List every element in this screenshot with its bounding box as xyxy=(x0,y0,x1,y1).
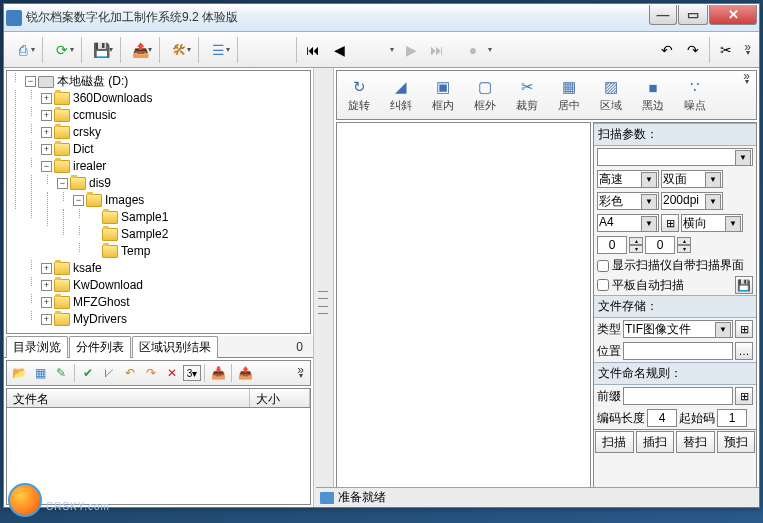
undo-button[interactable]: ↶ xyxy=(655,38,679,62)
location-input[interactable] xyxy=(623,342,733,360)
redo-icon[interactable]: ↷ xyxy=(141,363,161,383)
scanner-select[interactable] xyxy=(597,148,753,166)
export-button[interactable]: 📤 xyxy=(125,35,155,65)
close-button[interactable]: ✕ xyxy=(709,5,757,25)
nav-next-button[interactable]: ▶ xyxy=(399,38,423,62)
speed-select[interactable]: 高速 xyxy=(597,170,659,188)
orient-select[interactable]: 横向 xyxy=(681,214,743,232)
scan-button[interactable]: ⎙ xyxy=(8,35,38,65)
minimize-button[interactable]: — xyxy=(649,5,677,25)
tree-toggle-icon[interactable]: − xyxy=(41,161,52,172)
tree-item[interactable]: Sample1 xyxy=(89,209,308,226)
tree-item[interactable]: Temp xyxy=(89,243,308,260)
number-icon[interactable]: 3▾ xyxy=(183,365,201,381)
tree-toggle-icon[interactable]: − xyxy=(25,76,36,87)
refresh-button[interactable]: ⟳ xyxy=(47,35,77,65)
open-icon[interactable]: 📂 xyxy=(9,363,29,383)
tree-item[interactable]: −本地磁盘 (D:) xyxy=(25,73,308,90)
auto-flatbed-checkbox[interactable]: 平板自动扫描💾 xyxy=(594,275,756,295)
tree-item[interactable]: −Images xyxy=(73,192,308,209)
filetype-cfg-icon[interactable]: ⊞ xyxy=(735,320,753,338)
tree-item[interactable]: +ccmusic xyxy=(41,107,308,124)
tree-item[interactable]: −irealer xyxy=(41,158,308,175)
nav-first-button[interactable]: ⏮ xyxy=(301,38,325,62)
maximize-button[interactable]: ▭ xyxy=(678,5,708,25)
tree-item[interactable]: +Dict xyxy=(41,141,308,158)
imgtool-框外[interactable]: ▢框外 xyxy=(465,73,505,117)
toolbar-overflow-icon[interactable]: »▾ xyxy=(740,44,755,56)
folder-tree[interactable]: −本地磁盘 (D:)+360Downloads+ccmusic+crsky+Di… xyxy=(6,70,311,334)
prefix-input[interactable] xyxy=(623,387,733,405)
zoom-button[interactable]: ● xyxy=(451,38,495,62)
tree-item[interactable]: +360Downloads xyxy=(41,90,308,107)
undo-icon[interactable]: ↶ xyxy=(120,363,140,383)
color-select[interactable]: 彩色 xyxy=(597,192,659,210)
filetype-select[interactable]: TIF图像文件 xyxy=(623,320,733,338)
preview-scan-btn[interactable]: 预扫 xyxy=(717,431,756,453)
edit-icon[interactable]: ✎ xyxy=(51,363,71,383)
spin1[interactable]: ▴▾ xyxy=(629,237,643,253)
titlebar[interactable]: 锐尔档案数字化加工制作系统9.2 体验版 — ▭ ✕ xyxy=(4,4,759,32)
tree-item[interactable]: Sample2 xyxy=(89,226,308,243)
paper-select[interactable]: A4 xyxy=(597,214,659,232)
view-icon[interactable]: ▦ xyxy=(30,363,50,383)
tree-toggle-icon[interactable]: + xyxy=(41,280,52,291)
save-button[interactable]: 💾 xyxy=(86,35,116,65)
tree-item[interactable]: +MyDrivers xyxy=(41,311,308,328)
tree-toggle-icon[interactable]: − xyxy=(73,195,84,206)
paper-cfg-icon[interactable]: ⊞ xyxy=(661,214,679,232)
imgtool-overflow-icon[interactable]: »▾ xyxy=(739,73,754,117)
imgtool-居中[interactable]: ▦居中 xyxy=(549,73,589,117)
tree-toggle-icon[interactable]: + xyxy=(41,93,52,104)
col-filename[interactable]: 文件名 xyxy=(7,389,250,407)
nav-last-button[interactable]: ⏭ xyxy=(425,38,449,62)
tree-toggle-icon[interactable]: + xyxy=(41,144,52,155)
imgtool-黑边[interactable]: ■黑边 xyxy=(633,73,673,117)
side-select[interactable]: 双面 xyxy=(661,170,723,188)
tree-toggle-icon[interactable]: + xyxy=(41,263,52,274)
tab-browse[interactable]: 目录浏览 xyxy=(6,336,68,358)
value2-input[interactable] xyxy=(645,236,675,254)
tab-files[interactable]: 分件列表 xyxy=(69,336,131,358)
length-input[interactable] xyxy=(647,409,677,427)
col-size[interactable]: 大小 xyxy=(250,389,310,407)
tree-item[interactable]: +MFZGhost xyxy=(41,294,308,311)
check-icon[interactable]: ✔ xyxy=(78,363,98,383)
tree-toggle-icon[interactable]: + xyxy=(41,297,52,308)
imgtool-噪点[interactable]: ∵噪点 xyxy=(675,73,715,117)
tree-item[interactable]: +crsky xyxy=(41,124,308,141)
show-ui-checkbox[interactable]: 显示扫描仪自带扫描界面 xyxy=(594,256,756,275)
imgtool-裁剪[interactable]: ✂裁剪 xyxy=(507,73,547,117)
replace-scan-btn[interactable]: 替扫 xyxy=(676,431,715,453)
tree-item[interactable]: −dis9 xyxy=(57,175,308,192)
scan-btn[interactable]: 扫描 xyxy=(595,431,634,453)
imgtool-纠斜[interactable]: ◢纠斜 xyxy=(381,73,421,117)
tree-item[interactable]: +KwDownload xyxy=(41,277,308,294)
tools-button[interactable]: 🛠 xyxy=(164,35,194,65)
dpi-select[interactable]: 200dpi xyxy=(661,192,723,210)
insert-scan-btn[interactable]: 插扫 xyxy=(636,431,675,453)
redo-button[interactable]: ↷ xyxy=(681,38,705,62)
splitter[interactable] xyxy=(314,68,334,507)
file-list-header[interactable]: 文件名 大小 xyxy=(6,388,311,408)
spin2[interactable]: ▴▾ xyxy=(677,237,691,253)
cut-button[interactable]: ✂ xyxy=(714,38,738,62)
tab-ocr[interactable]: 区域识别结果 xyxy=(132,336,218,358)
browse-icon[interactable]: … xyxy=(735,342,753,360)
nav-prev-button[interactable]: ◀ xyxy=(327,38,351,62)
nav-page-button[interactable] xyxy=(353,38,397,62)
image-preview[interactable] xyxy=(336,122,591,505)
tree-item[interactable]: +ksafe xyxy=(41,260,308,277)
mini-overflow-icon[interactable]: »▾ xyxy=(293,367,308,379)
tree-toggle-icon[interactable]: + xyxy=(41,127,52,138)
checkall-icon[interactable]: ⩗ xyxy=(99,363,119,383)
tree-toggle-icon[interactable]: + xyxy=(41,314,52,325)
tree-toggle-icon[interactable]: + xyxy=(41,110,52,121)
prefix-cfg-icon[interactable]: ⊞ xyxy=(735,387,753,405)
imgtool-框内[interactable]: ▣框内 xyxy=(423,73,463,117)
delete-icon[interactable]: ✕ xyxy=(162,363,182,383)
imgtool-区域[interactable]: ▨区域 xyxy=(591,73,631,117)
save-cfg-icon[interactable]: 💾 xyxy=(735,276,753,294)
value1-input[interactable] xyxy=(597,236,627,254)
tree-toggle-icon[interactable]: − xyxy=(57,178,68,189)
